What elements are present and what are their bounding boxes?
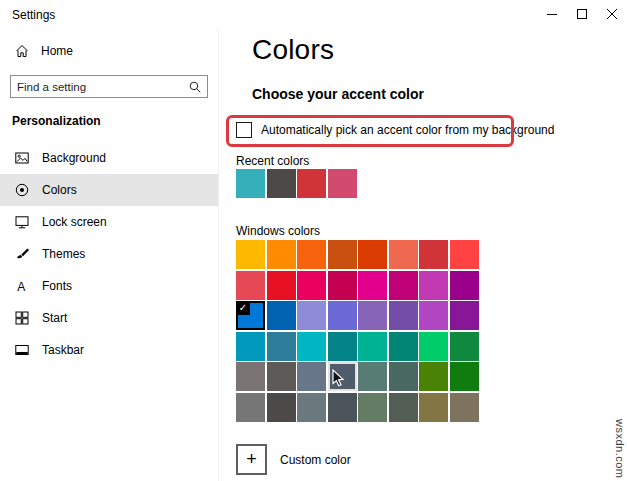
windows-color-swatch[interactable]	[358, 301, 387, 330]
windows-color-swatch[interactable]	[389, 271, 418, 300]
minimize-icon	[544, 6, 560, 22]
sidebar-item-label: Fonts	[42, 279, 72, 293]
recent-colors-row	[236, 169, 357, 198]
svg-text:A: A	[17, 280, 25, 294]
windows-color-swatch[interactable]	[389, 393, 418, 422]
sidebar-item-label: Lock screen	[42, 215, 107, 229]
custom-color-row: + Custom color	[236, 444, 351, 475]
recent-color-swatch[interactable]	[267, 169, 296, 198]
auto-accent-label: Automatically pick an accent color from …	[261, 123, 554, 137]
windows-color-swatch[interactable]	[236, 271, 265, 300]
windows-color-swatch[interactable]	[389, 301, 418, 330]
home-icon	[14, 43, 30, 59]
windows-color-swatch[interactable]	[358, 240, 387, 269]
windows-color-swatch[interactable]	[328, 240, 357, 269]
sidebar: Home Personalization Background Colors	[0, 30, 219, 481]
windows-color-swatch[interactable]	[389, 240, 418, 269]
windows-color-swatch[interactable]	[450, 393, 479, 422]
search-box	[10, 75, 208, 98]
windows-color-swatch[interactable]	[450, 332, 479, 361]
windows-color-swatch[interactable]	[358, 362, 387, 391]
windows-color-swatch[interactable]	[297, 301, 326, 330]
settings-window: Settings Home	[0, 0, 627, 481]
plus-icon: +	[246, 449, 257, 470]
sidebar-item-fonts[interactable]: A Fonts	[0, 270, 218, 302]
windows-color-swatch[interactable]	[328, 332, 357, 361]
custom-color-button[interactable]: +	[236, 444, 267, 475]
sidebar-item-label: Background	[42, 151, 106, 165]
search-icon[interactable]	[187, 79, 203, 95]
windows-color-swatch[interactable]	[297, 240, 326, 269]
windows-color-swatch[interactable]	[297, 362, 326, 391]
windows-color-swatch[interactable]	[450, 240, 479, 269]
windows-color-swatch[interactable]	[236, 332, 265, 361]
sidebar-item-label: Taskbar	[42, 343, 84, 357]
sidebar-nav: Background Colors Lock screen Themes	[0, 142, 218, 366]
windows-color-swatch[interactable]	[358, 332, 387, 361]
search-input[interactable]	[11, 76, 187, 97]
sidebar-item-label: Start	[42, 311, 67, 325]
windows-color-swatch[interactable]	[419, 362, 448, 391]
colors-icon	[14, 182, 30, 198]
windows-color-swatch[interactable]	[358, 271, 387, 300]
windows-color-swatch[interactable]	[328, 271, 357, 300]
recent-color-swatch[interactable]	[328, 169, 357, 198]
windows-color-swatch[interactable]	[267, 332, 296, 361]
sidebar-item-lock-screen[interactable]: Lock screen	[0, 206, 218, 238]
maximize-button[interactable]	[567, 0, 597, 28]
themes-icon	[14, 246, 30, 262]
windows-color-swatch[interactable]	[419, 332, 448, 361]
sidebar-item-home[interactable]: Home	[0, 36, 218, 66]
windows-color-swatch[interactable]	[236, 240, 265, 269]
windows-color-swatch[interactable]	[450, 271, 479, 300]
windows-color-swatch[interactable]	[450, 362, 479, 391]
custom-color-label: Custom color	[280, 453, 351, 467]
caption-buttons	[537, 0, 627, 28]
windows-color-swatch[interactable]	[236, 362, 265, 391]
windows-color-swatch[interactable]	[236, 393, 265, 422]
windows-color-swatch[interactable]	[389, 332, 418, 361]
sidebar-item-taskbar[interactable]: Taskbar	[0, 334, 218, 366]
close-button[interactable]	[597, 0, 627, 28]
windows-color-swatch[interactable]	[297, 332, 326, 361]
taskbar-icon	[14, 342, 30, 358]
windows-color-swatch[interactable]	[328, 362, 357, 391]
windows-color-swatch[interactable]	[267, 271, 296, 300]
auto-accent-checkbox[interactable]	[236, 122, 252, 138]
sidebar-item-colors[interactable]: Colors	[0, 174, 218, 206]
sidebar-item-label: Themes	[42, 247, 85, 261]
windows-color-swatch[interactable]	[389, 362, 418, 391]
windows-color-swatch[interactable]	[419, 240, 448, 269]
windows-color-swatch[interactable]	[328, 393, 357, 422]
windows-color-swatch[interactable]	[297, 393, 326, 422]
fonts-icon: A	[14, 278, 30, 294]
watermark: wsxdn.com	[614, 419, 626, 479]
windows-color-swatch[interactable]	[419, 301, 448, 330]
accent-color-heading: Choose your accent color	[252, 86, 424, 102]
sidebar-item-start[interactable]: Start	[0, 302, 218, 334]
sidebar-item-background[interactable]: Background	[0, 142, 218, 174]
sidebar-item-themes[interactable]: Themes	[0, 238, 218, 270]
lock-screen-icon	[14, 214, 30, 230]
personalization-label: Personalization	[12, 114, 218, 128]
windows-color-swatch[interactable]: ✓	[236, 301, 265, 330]
windows-color-swatch[interactable]	[419, 271, 448, 300]
windows-colors-grid: ✓	[236, 240, 479, 422]
windows-color-swatch[interactable]	[267, 240, 296, 269]
windows-color-swatch[interactable]	[328, 301, 357, 330]
app-title: Settings	[12, 8, 55, 22]
windows-color-swatch[interactable]	[358, 393, 387, 422]
close-icon	[604, 6, 620, 22]
recent-color-swatch[interactable]	[236, 169, 265, 198]
minimize-button[interactable]	[537, 0, 567, 28]
titlebar: Settings	[0, 0, 627, 30]
windows-color-swatch[interactable]	[267, 362, 296, 391]
recent-colors-label: Recent colors	[236, 154, 309, 168]
windows-color-swatch[interactable]	[267, 393, 296, 422]
windows-color-swatch[interactable]	[419, 393, 448, 422]
recent-color-swatch[interactable]	[297, 169, 326, 198]
windows-color-swatch[interactable]	[450, 301, 479, 330]
windows-color-swatch[interactable]	[267, 301, 296, 330]
auto-accent-row: Automatically pick an accent color from …	[236, 122, 554, 138]
windows-color-swatch[interactable]	[297, 271, 326, 300]
